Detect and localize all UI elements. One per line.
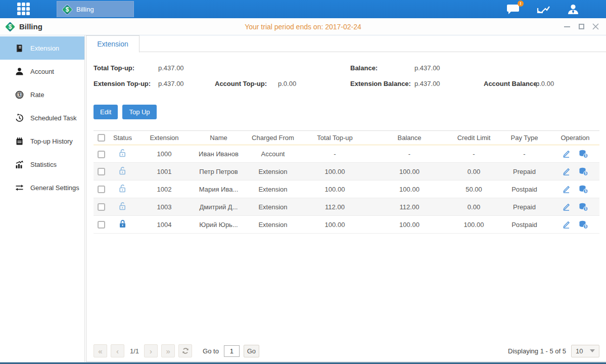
- sidebar-item-scheduled-task[interactable]: Scheduled Task: [0, 106, 84, 129]
- table-body: 1000 Иван Иванов Account - - - - $: [94, 145, 599, 234]
- table-row[interactable]: 1004 Юрий Юрь... Extension 100.00 100.00…: [94, 216, 599, 234]
- svg-text:$: $: [585, 224, 587, 229]
- status-lock-icon: [118, 152, 127, 159]
- page-size-select[interactable]: 10: [571, 345, 599, 357]
- sidebar-item-account[interactable]: Account: [0, 60, 84, 83]
- col-header-balance: Balance: [369, 131, 450, 145]
- row-checkbox[interactable]: [98, 151, 105, 158]
- cell-extension: 1003: [136, 198, 192, 216]
- close-icon[interactable]: [592, 23, 599, 30]
- sidebar-item-label: Scheduled Task: [30, 114, 77, 122]
- edit-pencil-icon[interactable]: [562, 185, 571, 194]
- select-all-checkbox[interactable]: [98, 134, 105, 142]
- sidebar-item-topup-history[interactable]: Top-up History: [0, 129, 84, 153]
- window-title: Billing: [19, 22, 42, 31]
- messages-icon[interactable]: !: [506, 3, 520, 15]
- edit-pencil-icon[interactable]: [562, 167, 571, 176]
- sidebar-nav: Extension Account $ Rate Scheduled Task …: [0, 35, 85, 362]
- account-balance-label: Account Balance:: [484, 80, 539, 87]
- svg-text:$: $: [585, 154, 587, 158]
- sidebar-item-general-settings[interactable]: General Settings: [0, 176, 84, 199]
- top-up-button[interactable]: Top Up: [122, 105, 156, 119]
- account-person-icon: [15, 67, 24, 76]
- row-checkbox[interactable]: [98, 221, 105, 229]
- col-header-extension: Extension: [136, 131, 192, 145]
- balance-summary: Total Top-up: p.437.00 Balance: p.437.00…: [94, 64, 599, 98]
- refresh-button[interactable]: [178, 344, 192, 357]
- user-account-icon[interactable]: [567, 3, 580, 15]
- table-header-row: Status Extension Name Charged From Total…: [94, 131, 599, 145]
- notification-badge: !: [518, 1, 524, 7]
- top-up-coins-icon[interactable]: $: [579, 150, 588, 158]
- cell-name: Юрий Юрь...: [192, 216, 245, 234]
- next-page-button[interactable]: ›: [144, 344, 158, 357]
- extension-topup-value: p.437.00: [158, 80, 184, 87]
- sidebar-item-label: Rate: [30, 91, 44, 99]
- table-row[interactable]: 1002 Мария Ива... Extension 100.00 100.0…: [94, 180, 599, 198]
- app-tab-billing[interactable]: $ Billing: [57, 1, 134, 17]
- first-page-button[interactable]: «: [94, 344, 107, 357]
- row-checkbox[interactable]: [98, 203, 105, 211]
- statistics-bars-icon: [15, 160, 24, 169]
- row-checkbox[interactable]: [98, 168, 105, 175]
- cell-pay-type: Postpaid: [498, 180, 551, 198]
- table-row[interactable]: 1001 Петр Петров Extension 100.00 100.00…: [94, 163, 599, 180]
- window-bottom-edge: [0, 362, 606, 364]
- cell-charged-from: Extension: [245, 180, 301, 198]
- goto-page-input[interactable]: [224, 345, 240, 357]
- status-lock-icon: [118, 222, 127, 230]
- sidebar-item-rate[interactable]: $ Rate: [0, 83, 84, 106]
- cell-charged-from: Extension: [245, 163, 301, 180]
- col-header-operation: Operation: [551, 131, 599, 145]
- last-page-button[interactable]: »: [161, 344, 175, 357]
- cell-extension: 1004: [136, 216, 192, 234]
- sidebar-item-extension[interactable]: Extension: [0, 36, 84, 60]
- cell-balance: 100.00: [369, 216, 450, 234]
- svg-text:$: $: [585, 189, 587, 193]
- edit-pencil-icon[interactable]: [562, 150, 571, 158]
- table-row[interactable]: 1003 Дмитрий Д... Extension 112.00 112.0…: [94, 198, 599, 216]
- extension-balance-value: p.437.00: [414, 80, 440, 87]
- total-topup-value: p.437.00: [158, 64, 184, 72]
- row-checkbox[interactable]: [98, 186, 105, 193]
- svg-text:$: $: [18, 92, 21, 97]
- cell-total-topup: -: [301, 145, 369, 163]
- total-topup-label: Total Top-up:: [94, 64, 134, 72]
- edit-pencil-icon[interactable]: [562, 220, 571, 229]
- extension-topup-label: Extension Top-up:: [94, 80, 151, 87]
- top-up-coins-icon[interactable]: $: [579, 220, 588, 229]
- scheduled-task-clock-icon: [15, 114, 24, 122]
- prev-page-button[interactable]: ‹: [111, 344, 124, 357]
- minimize-icon[interactable]: [564, 23, 571, 30]
- app-grid-menu-icon[interactable]: [17, 3, 34, 16]
- top-up-coins-icon[interactable]: $: [579, 167, 588, 176]
- cell-charged-from: Extension: [245, 198, 301, 216]
- window-titlebar: $ Billing Your trial period ends on: 201…: [0, 18, 606, 35]
- pagination-bar: « ‹ 1/1 › » Go to Go Displaying 1 - 5 of…: [94, 344, 599, 358]
- cell-name: Иван Иванов: [192, 145, 245, 163]
- cell-charged-from: Account: [245, 145, 301, 163]
- cell-extension: 1001: [136, 163, 192, 180]
- table-row[interactable]: 1000 Иван Иванов Account - - - - $: [94, 145, 599, 163]
- chevron-down-icon: [590, 349, 595, 352]
- cell-extension: 1002: [136, 180, 192, 198]
- rate-coin-icon: $: [15, 90, 24, 99]
- account-topup-label: Account Top-up:: [215, 80, 267, 87]
- account-balance-value: p.0.00: [536, 80, 554, 87]
- maximize-icon[interactable]: [578, 23, 585, 30]
- cell-credit-limit: -: [450, 145, 498, 163]
- top-up-coins-icon[interactable]: $: [579, 185, 588, 194]
- cell-total-topup: 100.00: [301, 216, 369, 234]
- sidebar-item-statistics[interactable]: Statistics: [0, 153, 84, 176]
- tab-extension[interactable]: Extension: [86, 35, 139, 53]
- go-button[interactable]: Go: [244, 345, 259, 357]
- cell-credit-limit: 100.00: [450, 216, 498, 234]
- cell-pay-type: Prepaid: [498, 198, 551, 216]
- edit-pencil-icon[interactable]: [562, 203, 571, 211]
- cell-pay-type: Prepaid: [498, 163, 551, 180]
- svg-text:$: $: [585, 171, 587, 175]
- page-size-value: 10: [576, 347, 583, 355]
- edit-button[interactable]: Edit: [94, 105, 118, 119]
- top-up-coins-icon[interactable]: $: [579, 203, 588, 211]
- statistics-chart-icon[interactable]: [536, 3, 550, 15]
